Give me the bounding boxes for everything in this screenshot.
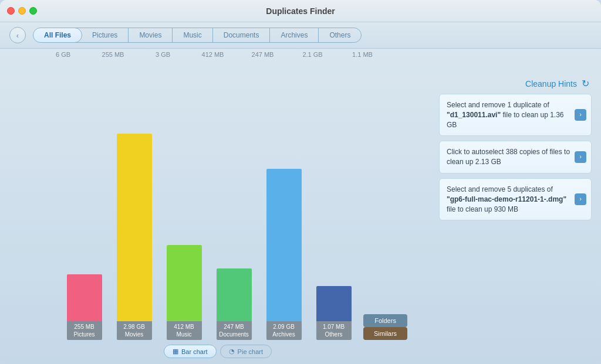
bar-group-documents: 247 MBDocuments (209, 268, 259, 340)
hint-arrow-2: › (575, 151, 586, 163)
action-buttons: Folders Similars (361, 300, 407, 340)
pie-chart-label: Pie chart (238, 348, 263, 355)
hint-card-3[interactable]: Select and remove 5 duplicates of "gp6-f… (439, 178, 592, 220)
bar-group-others: 1.07 MBOthers (309, 286, 359, 340)
pie-chart-button[interactable]: ◔ Pie chart (220, 345, 272, 358)
bar-chart-icon: ▦ (173, 348, 178, 355)
hint-arrow-1: › (575, 109, 586, 121)
folders-button[interactable]: Folders (363, 314, 407, 327)
bar-pictures (67, 274, 102, 321)
tab-documents[interactable]: Documents (213, 28, 271, 42)
window-title: Duplicates Finder (266, 6, 335, 16)
hint-text-3: Select and remove 5 duplicates of "gp6-f… (447, 185, 566, 213)
bar-music (167, 245, 202, 321)
refresh-icon[interactable]: ↻ (582, 78, 589, 89)
similars-button[interactable]: Similars (363, 327, 407, 340)
size-all-files: 6 GB (38, 51, 88, 58)
bar-others (316, 286, 352, 321)
bar-group-movies: 2.98 GBMovies (109, 134, 159, 340)
hint-text-2: Click to autoselect 388 copies of files … (447, 148, 570, 166)
tab-music[interactable]: Music (173, 28, 212, 42)
bars-wrapper: 255 MBPictures 2.98 GBMovies 412 MBMusic… (9, 66, 430, 340)
bar-group-music: 412 MBMusic (159, 245, 209, 340)
tab-others[interactable]: Others (319, 28, 361, 42)
bar-group-pictures: 255 MBPictures (59, 274, 109, 340)
bar-movies (117, 134, 152, 321)
bar-archives (266, 169, 302, 321)
bar-label-pictures: 255 MBPictures (67, 321, 102, 340)
bar-chart-button[interactable]: ▦ Bar chart (164, 345, 217, 358)
minimize-button[interactable] (18, 7, 26, 15)
maximize-button[interactable] (29, 7, 37, 15)
back-button[interactable]: ‹ (9, 27, 26, 43)
pie-chart-icon: ◔ (229, 348, 235, 355)
window-buttons (7, 7, 37, 15)
bar-label-archives: 2.09 GBArchives (266, 321, 302, 340)
chart-area: 255 MBPictures 2.98 GBMovies 412 MBMusic… (9, 66, 430, 364)
tab-archives[interactable]: Archives (270, 28, 319, 42)
bar-label-music: 412 MBMusic (167, 321, 202, 340)
size-archives: 2.1 GB (288, 51, 337, 58)
size-documents: 247 MB (238, 51, 288, 58)
bar-documents (217, 268, 252, 321)
close-button[interactable] (7, 7, 15, 15)
bar-chart-label: Bar chart (181, 348, 208, 355)
bar-group-archives: 2.09 GBArchives (259, 169, 309, 340)
tab-pictures[interactable]: Pictures (82, 28, 129, 42)
tab-all-files[interactable]: All Files (33, 28, 82, 43)
hint-text-1: Select and remove 1 duplicate of "d1_130… (447, 101, 564, 129)
toolbar: ‹ All Files Pictures Movies Music Docume… (0, 22, 601, 49)
size-pictures: 255 MB (88, 51, 138, 58)
hints-header: Cleanup Hints ↻ (439, 78, 592, 89)
bar-label-documents: 247 MBDocuments (217, 321, 252, 340)
size-music: 412 MB (188, 51, 238, 58)
hints-panel: Cleanup Hints ↻ Select and remove 1 dupl… (439, 66, 592, 364)
size-movies: 3 GB (138, 51, 188, 58)
size-others: 1.1 MB (337, 51, 387, 58)
chart-buttons-row: ▦ Bar chart ◔ Pie chart (9, 340, 430, 364)
bar-label-movies: 2.98 GBMovies (117, 321, 152, 340)
main-content: 255 MBPictures 2.98 GBMovies 412 MBMusic… (0, 60, 601, 364)
hint-card-1[interactable]: Select and remove 1 duplicate of "d1_130… (439, 94, 592, 136)
hint-arrow-3: › (575, 193, 586, 205)
hints-title: Cleanup Hints (525, 79, 577, 89)
bar-label-others: 1.07 MBOthers (316, 321, 352, 340)
main-window: Duplicates Finder ‹ All Files Pictures M… (0, 0, 601, 364)
tabs-container: All Files Pictures Movies Music Document… (33, 28, 362, 43)
tab-movies[interactable]: Movies (129, 28, 173, 42)
sizes-row: 6 GB 255 MB 3 GB 412 MB 247 MB 2.1 GB 1.… (0, 49, 601, 60)
spacer2 (361, 300, 407, 314)
titlebar: Duplicates Finder (0, 0, 601, 22)
back-icon: ‹ (16, 31, 19, 40)
hint-card-2[interactable]: Click to autoselect 388 copies of files … (439, 141, 592, 174)
